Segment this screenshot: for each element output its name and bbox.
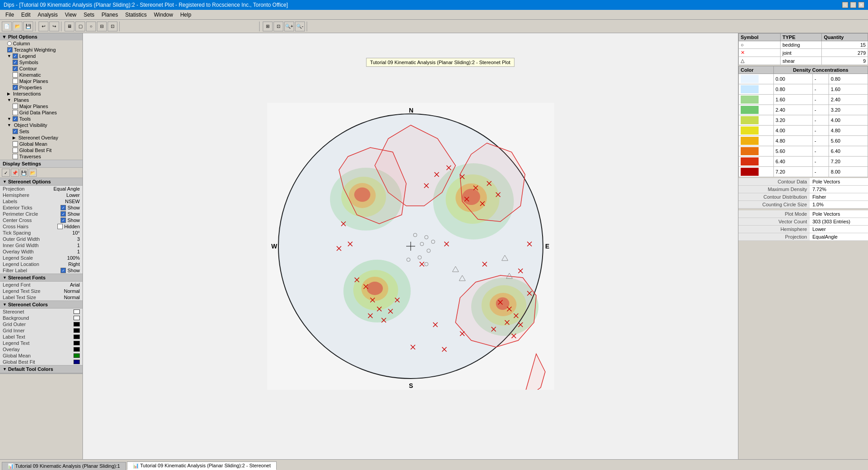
object-visibility-item[interactable]: ▼ Object Visibility <box>0 122 82 128</box>
legend-checkbox[interactable]: ✓ <box>13 53 18 59</box>
exterior-ticks-checkbox[interactable]: ✓ <box>61 205 66 210</box>
stereonet-fonts-header[interactable]: ▼ Stereonet Fonts <box>0 274 82 282</box>
stereonet-options-header[interactable]: ▼ Stereonet Options <box>0 178 82 186</box>
ds-open2[interactable]: 📂 <box>29 169 37 177</box>
tb-filter2[interactable]: ⊡ <box>108 22 117 31</box>
menu-sets[interactable]: Sets <box>80 11 98 19</box>
tb-zoom-in[interactable]: 🔍+ <box>284 22 294 31</box>
density-row: 7.20-8.00 <box>739 167 868 177</box>
legend-text-color-box[interactable] <box>74 341 80 345</box>
cross-hairs-checkbox[interactable] <box>57 224 63 229</box>
symbol-type-table: Symbol TYPE Quantity ○ bedding 15 ✕ join… <box>738 33 868 65</box>
major-planes2-checkbox[interactable] <box>13 104 18 109</box>
global-mean-checkbox[interactable] <box>13 141 18 147</box>
menu-analysis[interactable]: Analysis <box>34 11 61 19</box>
close-button[interactable]: ✕ <box>858 2 864 8</box>
tb-sep5 <box>307 22 308 31</box>
exterior-ticks-row: Exterior Ticks ✓ Show <box>0 205 82 211</box>
tb-save[interactable]: 💾 <box>23 22 33 31</box>
tb-redo[interactable]: ↪ <box>49 22 59 31</box>
tools-checkbox[interactable]: ✓ <box>13 116 18 122</box>
app-title: Dips - [Tutorial 09 Kinematic Analysis (… <box>4 2 288 8</box>
plot-mode-row: Plot Mode Pole Vectors <box>738 210 868 218</box>
grid-outer-color-box[interactable] <box>74 322 80 326</box>
stereonet-color-box[interactable] <box>74 309 80 314</box>
column-radio[interactable] <box>7 41 12 46</box>
menu-planes[interactable]: Planes <box>98 11 122 19</box>
density-row: 0.80-1.60 <box>739 84 868 95</box>
grid-data-planes-checkbox[interactable] <box>13 110 18 115</box>
tb-zoom-out[interactable]: 🔍- <box>295 22 305 31</box>
menu-help[interactable]: Help <box>177 11 195 19</box>
tab-2[interactable]: 📊 Tutorial 09 Kinematic Analysis (Planar… <box>127 461 277 470</box>
tb-open[interactable]: 📂 <box>13 22 22 31</box>
label-text-color-box[interactable] <box>74 335 80 339</box>
symbol-header: Symbol <box>739 34 781 41</box>
tb-grid[interactable]: ⊞ <box>263 22 273 31</box>
intersections-item[interactable]: ▶ Intersections <box>0 91 82 97</box>
filter-label-checkbox[interactable]: ✓ <box>61 268 66 273</box>
traverses-checkbox[interactable] <box>13 154 18 159</box>
sets-checkbox[interactable]: ✓ <box>13 129 18 134</box>
legend-text-size-row: Legend Text Size Normal <box>0 288 82 294</box>
minimize-button[interactable]: − <box>842 2 848 8</box>
tb-filter[interactable]: ⊟ <box>97 22 107 31</box>
column-item[interactable]: Column <box>0 40 82 47</box>
global-best-fit-item[interactable]: Global Best Fit <box>0 147 82 153</box>
properties-item[interactable]: ✓ Properties <box>0 84 82 91</box>
contour-data-value: Pole Vectors <box>810 178 868 186</box>
tb-new[interactable]: 📄 <box>2 22 12 31</box>
ds-save2[interactable]: 💾 <box>20 169 28 177</box>
plot-options-header[interactable]: ▼ Plot Options <box>0 33 82 40</box>
symbols-checkbox[interactable]: ✓ <box>13 60 18 65</box>
stereonet-colors-label: Stereonet Colors <box>8 302 48 307</box>
grid-inner-color-box[interactable] <box>74 328 80 333</box>
density-row: 0.00-0.80 <box>739 74 868 84</box>
menu-view[interactable]: View <box>61 11 80 19</box>
tb-undo[interactable]: ↩ <box>39 22 48 31</box>
maximize-button[interactable]: □ <box>850 2 856 8</box>
background-color-box[interactable] <box>74 316 80 320</box>
global-mean-item[interactable]: Global Mean <box>0 141 82 147</box>
default-tool-colors-header[interactable]: ▼ Default Tool Colors <box>0 366 82 373</box>
max-density-row: Maximum Density 7.72% <box>738 186 868 193</box>
ds-check[interactable]: ✓ <box>2 169 10 177</box>
legend-item[interactable]: ▼ ✓ Legend <box>0 53 82 59</box>
planes-item[interactable]: ▼ Planes <box>0 97 82 103</box>
terzaghi-checkbox[interactable]: ✓ <box>7 47 13 52</box>
grid-data-planes-item[interactable]: Grid Data Planes <box>0 109 82 116</box>
properties-checkbox[interactable]: ✓ <box>13 85 18 90</box>
major-planes2-item[interactable]: Major Planes <box>0 103 82 109</box>
major-planes-checkbox[interactable] <box>13 78 18 84</box>
contour-checkbox[interactable]: ✓ <box>13 66 18 71</box>
cross-hairs-row: Cross Hairs Hidden <box>0 223 82 230</box>
stereonet-overlay-item[interactable]: ▶ Stereonet Overlay <box>0 135 82 141</box>
tb-zoom-fit[interactable]: ⊡ <box>273 22 283 31</box>
tb-monitor[interactable]: 🖥 <box>65 22 74 31</box>
tools-item[interactable]: ▼ ✓ Tools <box>0 116 82 122</box>
menu-window[interactable]: Window <box>150 11 177 19</box>
tb-select[interactable]: ▢ <box>75 22 85 31</box>
stereonet-colors-header[interactable]: ▼ Stereonet Colors <box>0 301 82 309</box>
symbols-item[interactable]: ✓ Symbols <box>0 59 82 65</box>
perimeter-circle-checkbox[interactable]: ✓ <box>61 211 66 217</box>
contour-item[interactable]: ✓ Contour <box>0 65 82 72</box>
tb-lasso[interactable]: ○ <box>86 22 96 31</box>
display-settings-header[interactable]: Display Settings <box>0 160 82 168</box>
kinematic-item[interactable]: Kinematic <box>0 72 82 78</box>
menu-statistics[interactable]: Statistics <box>122 11 150 19</box>
traverses-item[interactable]: Traverses <box>0 153 82 160</box>
ds-pin[interactable]: 📌 <box>11 169 19 177</box>
sets-item[interactable]: ✓ Sets <box>0 128 82 135</box>
menu-edit[interactable]: Edit <box>17 11 34 19</box>
global-best-fit-color-box[interactable] <box>74 360 80 364</box>
center-cross-checkbox[interactable]: ✓ <box>61 218 66 223</box>
global-mean-color-box[interactable] <box>74 353 80 358</box>
terzaghi-item[interactable]: ✓ Terzaghi Weighting <box>0 47 82 53</box>
major-planes-item[interactable]: Major Planes <box>0 78 82 84</box>
overlay-color-box[interactable] <box>74 347 80 352</box>
tab-1[interactable]: 📊 Tutorial 09 Kinematic Analysis (Planar… <box>2 462 126 470</box>
global-best-fit-checkbox[interactable] <box>13 148 18 153</box>
kinematic-checkbox[interactable] <box>13 72 18 78</box>
menu-file[interactable]: File <box>2 11 17 19</box>
